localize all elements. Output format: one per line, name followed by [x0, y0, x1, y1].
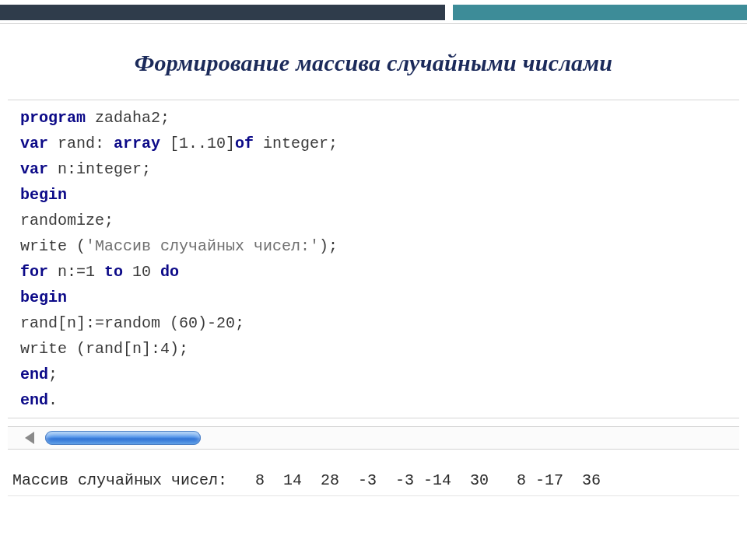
code-token: .: [48, 391, 58, 409]
code-line: begin: [20, 285, 733, 310]
code-token: [1..10]: [170, 135, 235, 152]
code-line: end.: [20, 387, 733, 413]
code-token: of: [235, 135, 263, 152]
code-token: rand[n]:=random (60)-20;: [20, 314, 244, 332]
code-line: var n:integer;: [20, 156, 733, 182]
code-text: program zadaha2;var rand: array [1..10]o…: [8, 100, 739, 418]
decorative-top-bar: [0, 0, 747, 26]
code-token: begin: [20, 289, 67, 306]
code-token: );: [319, 237, 338, 255]
code-token: rand:: [58, 135, 114, 152]
code-line: program zadaha2;: [20, 105, 733, 131]
top-bar-left: [0, 5, 445, 20]
code-token: begin: [20, 186, 67, 204]
code-token: ;: [48, 366, 58, 383]
code-token: write (: [20, 237, 86, 255]
code-token: for: [20, 263, 58, 281]
code-line: begin: [20, 182, 733, 208]
code-token: array: [114, 135, 170, 152]
code-line: var rand: array [1..10]of integer;: [20, 131, 733, 156]
code-token: randomize;: [20, 212, 114, 229]
code-line: end;: [20, 362, 733, 387]
code-token: end: [20, 391, 48, 409]
code-token: var: [20, 135, 58, 152]
top-bar-right: [453, 5, 747, 20]
scroll-thumb[interactable]: [45, 431, 201, 445]
slide-title: Формирование массива случайными числами: [0, 50, 747, 76]
program-output: Массив случайных чисел: 8 14 28 -3 -3 -1…: [8, 468, 739, 496]
code-token: do: [160, 263, 179, 281]
code-token: integer;: [263, 135, 338, 152]
code-line: write ('Массив случайных чисел:');: [20, 233, 733, 259]
code-token: n:=1: [58, 263, 104, 281]
code-token: program: [20, 109, 95, 127]
code-line: write (rand[n]:4);: [20, 336, 733, 362]
code-token: write (rand[n]:4);: [20, 340, 188, 358]
code-line: randomize;: [20, 208, 733, 233]
code-token: var: [20, 160, 58, 178]
code-token: end: [20, 366, 48, 383]
scroll-left-arrow-icon[interactable]: [25, 432, 34, 444]
code-line: rand[n]:=random (60)-20;: [20, 310, 733, 336]
code-token: to: [104, 263, 132, 281]
code-line: for n:=1 to 10 do: [20, 259, 733, 285]
horizontal-scrollbar[interactable]: [8, 426, 739, 450]
code-token: n:integer;: [58, 160, 151, 178]
code-editor-pane: program zadaha2;var rand: array [1..10]o…: [8, 100, 739, 418]
code-token: 'Массив случайных чисел:': [86, 237, 319, 255]
code-token: zadaha2;: [95, 109, 170, 127]
top-bar-divider: [0, 23, 747, 24]
code-token: 10: [132, 263, 160, 281]
